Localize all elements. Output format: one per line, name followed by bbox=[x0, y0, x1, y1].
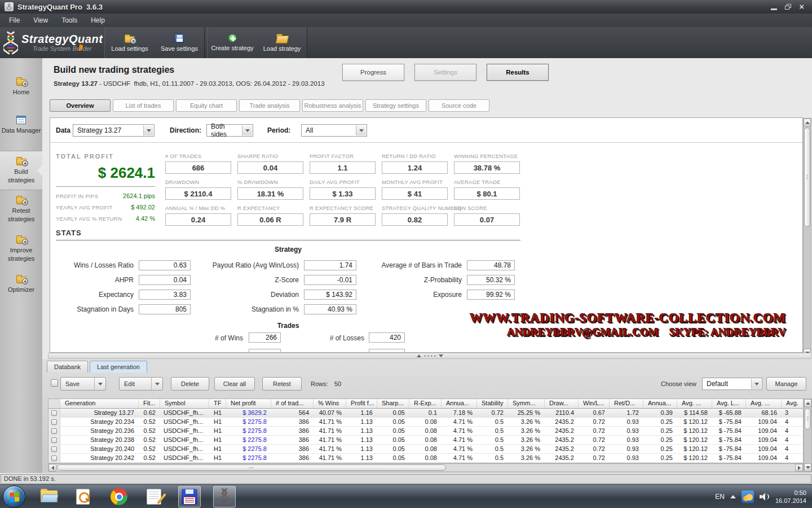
save-settings-button[interactable]: Save settings bbox=[155, 27, 204, 58]
edit-button[interactable]: Edit bbox=[119, 377, 163, 391]
table-row[interactable]: Strategy 13.270.62USDCHF_fh...H1$ 3629.2… bbox=[48, 409, 803, 418]
taskbar-clock[interactable]: 0:50 16.07.2014 bbox=[775, 489, 809, 505]
close-button[interactable]: × bbox=[799, 4, 804, 10]
result-tab[interactable]: Overview bbox=[50, 99, 111, 112]
restore-button[interactable] bbox=[785, 4, 791, 10]
load-strategy-button[interactable]: Load strategy bbox=[257, 27, 307, 58]
row-checkbox[interactable] bbox=[51, 456, 57, 461]
column-header[interactable]: Annua... bbox=[643, 399, 677, 408]
row-checkbox[interactable] bbox=[51, 437, 57, 443]
column-header[interactable]: TF bbox=[209, 399, 226, 408]
panel-splitter[interactable] bbox=[48, 353, 811, 359]
manage-button[interactable]: Manage bbox=[766, 377, 806, 391]
scrollbar-thumb[interactable] bbox=[57, 465, 446, 471]
select-all-checkbox[interactable] bbox=[51, 379, 58, 387]
show-hidden-icons-arrow[interactable] bbox=[730, 495, 736, 498]
scroll-down-icon[interactable] bbox=[804, 463, 811, 471]
menu-item[interactable]: Tools bbox=[55, 15, 84, 26]
column-header[interactable]: Ret/D... bbox=[610, 399, 643, 408]
row-checkbox[interactable] bbox=[51, 419, 57, 425]
view-nav-button[interactable]: Results bbox=[487, 64, 549, 81]
column-header[interactable]: # of trad... bbox=[271, 399, 314, 408]
splitter-up-icon[interactable] bbox=[417, 354, 421, 357]
scroll-up-icon[interactable] bbox=[804, 399, 811, 407]
taskbar-explorer-button[interactable] bbox=[38, 487, 60, 506]
menu-item[interactable]: View bbox=[27, 15, 55, 26]
sidebar-item-retest-strategies[interactable]: Retest strategies bbox=[0, 190, 42, 230]
data-select[interactable]: Strategy 13.27 bbox=[73, 124, 155, 137]
result-tab[interactable]: Strategy settings bbox=[365, 99, 426, 112]
column-header[interactable]: Generation bbox=[60, 399, 139, 408]
sidebar-item-data-manager[interactable]: Data Manager bbox=[0, 111, 42, 151]
splitter-down-icon[interactable] bbox=[439, 354, 443, 357]
column-header[interactable]: Symm... bbox=[508, 399, 545, 408]
scrollbar-thumb[interactable] bbox=[805, 408, 811, 430]
sidebar-item-improve-strategies[interactable]: Improve strategies bbox=[0, 230, 42, 269]
table-row[interactable]: Strategy 20.2380.52USDCHF_fh...H1$ 2275.… bbox=[48, 436, 803, 445]
table-row[interactable]: Strategy 20.2420.52USDCHF_fh...H1$ 2275.… bbox=[48, 454, 803, 463]
column-header[interactable]: Fit... bbox=[139, 399, 160, 408]
chevron-down-icon[interactable] bbox=[94, 378, 105, 390]
table-v-scrollbar[interactable] bbox=[804, 398, 812, 472]
column-header[interactable]: Avg. ... bbox=[677, 399, 712, 408]
language-indicator[interactable]: EN bbox=[715, 493, 725, 501]
column-header[interactable]: Net profit bbox=[226, 399, 271, 408]
view-nav-button[interactable]: Progress bbox=[342, 64, 404, 81]
taskbar-search-button[interactable] bbox=[72, 487, 94, 506]
result-tab[interactable]: Source code bbox=[429, 99, 489, 112]
column-header[interactable]: Win/L... bbox=[579, 399, 610, 408]
table-h-scrollbar[interactable] bbox=[48, 463, 804, 472]
taskbar-strategyquant-button[interactable] bbox=[213, 486, 236, 507]
sidebar-item-home[interactable]: Home bbox=[0, 72, 42, 111]
column-header[interactable]: Avg. ... bbox=[746, 399, 782, 408]
result-tab[interactable]: Trade analysis bbox=[239, 99, 300, 112]
column-header[interactable]: Annua... bbox=[442, 399, 477, 408]
period-select[interactable]: All bbox=[301, 124, 367, 137]
direction-select[interactable]: Both sides bbox=[206, 124, 253, 137]
retest-button[interactable]: Retest bbox=[262, 377, 302, 391]
column-header[interactable]: Sharp... bbox=[377, 399, 409, 408]
column-header[interactable]: Avg. L... bbox=[712, 399, 746, 408]
taskbar-floppy-app-button[interactable] bbox=[178, 486, 201, 507]
view-select[interactable]: Default bbox=[702, 378, 762, 390]
row-checkbox[interactable] bbox=[51, 428, 57, 434]
minimize-button[interactable] bbox=[771, 8, 777, 10]
column-header[interactable]: Profit f... bbox=[346, 399, 377, 408]
save-button[interactable]: Save bbox=[60, 377, 106, 391]
scrollbar-thumb[interactable] bbox=[804, 128, 810, 227]
taskbar-notepad-button[interactable] bbox=[143, 487, 165, 506]
row-checkbox[interactable] bbox=[51, 410, 57, 416]
column-header[interactable]: % Wins bbox=[314, 399, 346, 408]
databank-tab[interactable]: Databank bbox=[47, 361, 88, 373]
column-header[interactable]: Symbol bbox=[160, 399, 209, 408]
row-checkbox[interactable] bbox=[51, 446, 57, 452]
column-header[interactable]: Draw... bbox=[545, 399, 579, 408]
load-settings-button[interactable]: Load settings bbox=[105, 27, 155, 58]
scroll-left-icon[interactable] bbox=[48, 464, 56, 471]
splitter-grip[interactable] bbox=[424, 355, 436, 357]
menu-item[interactable]: Help bbox=[84, 15, 112, 26]
view-nav-button[interactable]: Settings bbox=[414, 64, 476, 81]
table-row[interactable]: Strategy 20.2360.52USDCHF_fh...H1$ 2275.… bbox=[48, 427, 803, 436]
start-button[interactable] bbox=[3, 485, 25, 508]
databank-tab[interactable]: Last generation bbox=[90, 361, 147, 373]
cloud-tray-icon[interactable] bbox=[742, 491, 754, 503]
menu-item[interactable]: File bbox=[2, 15, 27, 26]
sidebar-item-build-strategies[interactable]: Build strategies bbox=[0, 151, 42, 190]
column-header[interactable]: R-Exp... bbox=[409, 399, 442, 408]
clear-all-button[interactable]: Clear all bbox=[214, 377, 255, 391]
result-tab[interactable]: Equity chart bbox=[176, 99, 237, 112]
taskbar-chrome-button[interactable] bbox=[108, 487, 130, 506]
table-row[interactable]: Strategy 20.2400.52USDCHF_fh...H1$ 2275.… bbox=[48, 445, 803, 454]
column-header[interactable]: Avg. bbox=[782, 399, 804, 408]
create-strategy-button[interactable]: Create strategy bbox=[208, 27, 257, 58]
volume-icon[interactable] bbox=[760, 492, 770, 501]
column-header[interactable]: Stability bbox=[477, 399, 508, 408]
table-row[interactable]: Strategy 20.2340.52USDCHF_fh...H1$ 2275.… bbox=[48, 418, 803, 427]
chevron-down-icon[interactable] bbox=[151, 378, 162, 390]
result-tab[interactable]: List of trades bbox=[113, 99, 174, 112]
sidebar-item-optimizer[interactable]: Optimizer bbox=[0, 269, 42, 309]
result-tab[interactable]: Robustness analysis bbox=[302, 99, 363, 112]
scroll-right-icon[interactable] bbox=[795, 464, 803, 471]
scroll-up-icon[interactable] bbox=[804, 119, 811, 126]
